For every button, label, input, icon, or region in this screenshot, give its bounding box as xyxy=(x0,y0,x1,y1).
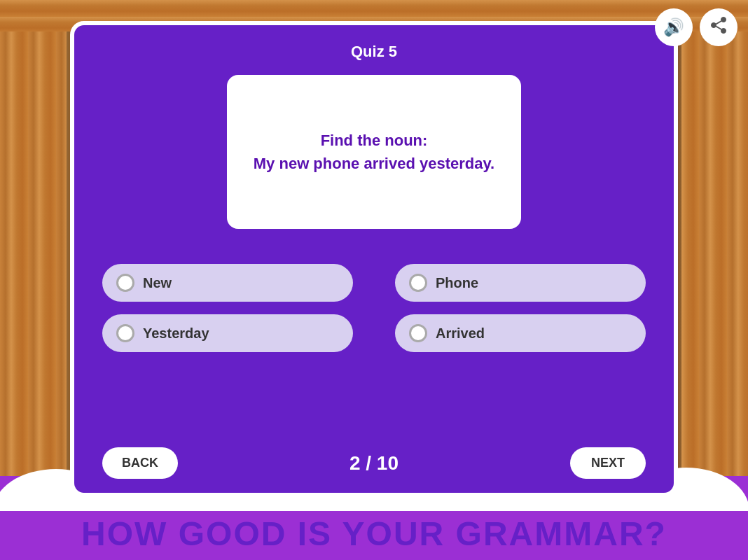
answer-new[interactable]: New xyxy=(102,264,353,302)
top-icons-container: 🔊 xyxy=(655,8,737,46)
answer-yesterday[interactable]: Yesterday xyxy=(102,314,353,352)
wood-right-plank xyxy=(671,0,748,476)
sound-button[interactable]: 🔊 xyxy=(655,8,693,46)
radio-yesterday xyxy=(116,324,134,342)
bottom-bar: BACK 2 / 10 NEXT xyxy=(102,447,646,479)
answer-arrived-label: Arrived xyxy=(436,326,485,342)
radio-inner-yesterday xyxy=(122,330,129,337)
quiz-title: Quiz 5 xyxy=(351,43,397,61)
main-panel: Quiz 5 Find the noun: My new phone arriv… xyxy=(70,21,678,497)
radio-phone xyxy=(409,274,427,292)
answer-phone-label: Phone xyxy=(436,275,478,291)
share-button[interactable] xyxy=(700,8,737,46)
question-card: Find the noun: My new phone arrived yest… xyxy=(227,75,521,229)
radio-inner-phone xyxy=(415,279,422,286)
answer-yesterday-label: Yesterday xyxy=(143,326,209,342)
share-icon xyxy=(709,16,728,38)
next-button[interactable]: NEXT xyxy=(570,447,646,479)
answer-phone[interactable]: Phone xyxy=(395,264,646,302)
svg-line-4 xyxy=(716,27,721,30)
answers-grid: New Phone Yesterday Arrived xyxy=(102,264,646,352)
radio-inner-new xyxy=(122,279,129,286)
progress-indicator: 2 / 10 xyxy=(349,452,399,475)
svg-line-3 xyxy=(716,21,721,24)
tagline: How Good Is Your Grammar? xyxy=(0,514,748,553)
wood-left-plank xyxy=(0,0,77,476)
radio-inner-arrived xyxy=(415,330,422,337)
answer-arrived[interactable]: Arrived xyxy=(395,314,646,352)
radio-arrived xyxy=(409,324,427,342)
svg-point-2 xyxy=(721,29,726,34)
svg-point-1 xyxy=(712,23,716,28)
back-button[interactable]: BACK xyxy=(102,447,178,479)
answer-new-label: New xyxy=(143,275,172,291)
sound-icon: 🔊 xyxy=(663,18,684,37)
question-text: Find the noun: My new phone arrived yest… xyxy=(254,129,494,175)
svg-point-0 xyxy=(721,18,726,22)
radio-new xyxy=(116,274,134,292)
